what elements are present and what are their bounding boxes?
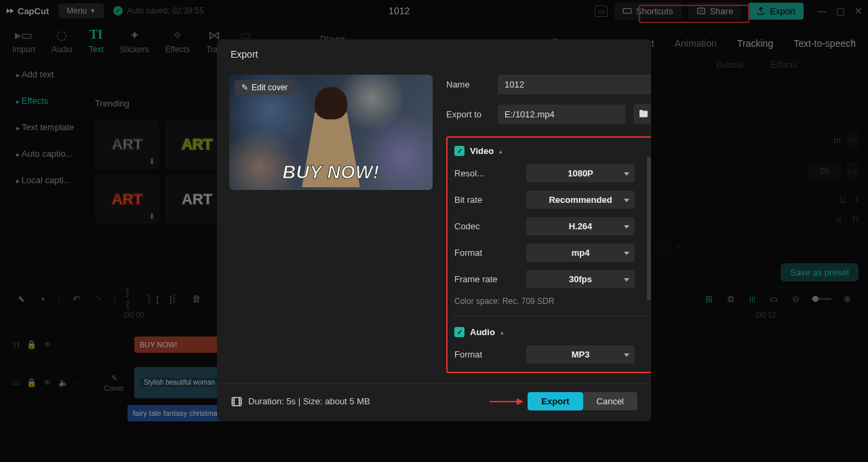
name-input[interactable]: [498, 75, 651, 94]
export-confirm-button[interactable]: Export: [528, 392, 583, 410]
modal-title: Export: [217, 39, 651, 65]
audio-format-label: Format: [454, 349, 500, 360]
collapse-icon: ▴: [499, 148, 502, 155]
codec-label: Codec: [454, 221, 500, 231]
export-settings-highlight: ✓ Video ▴ Resol... 1080P Bit rate Recomm…: [446, 136, 651, 373]
name-label: Name: [446, 79, 490, 90]
svg-rect-2: [232, 398, 241, 406]
export-modal: Export ✎ Edit cover BUY NOW! Name Ex: [217, 39, 651, 421]
framerate-dropdown[interactable]: 30fps: [526, 270, 635, 288]
audio-section-toggle[interactable]: ✓ Audio ▴: [454, 327, 646, 337]
bitrate-label: Bit rate: [454, 195, 500, 205]
bitrate-dropdown[interactable]: Recommended: [526, 191, 635, 209]
audio-format-dropdown[interactable]: MP3: [526, 345, 635, 364]
video-section-toggle[interactable]: ✓ Video ▴: [454, 146, 646, 156]
format-label: Format: [454, 248, 500, 258]
cover-overlay-text: BUY NOW!: [283, 162, 380, 183]
svg-marker-4: [517, 398, 524, 405]
edit-cover-button[interactable]: ✎ Edit cover: [235, 80, 294, 95]
export-to-label: Export to: [446, 109, 490, 119]
resolution-label: Resol...: [454, 168, 500, 178]
codec-dropdown[interactable]: H.264: [526, 217, 635, 235]
arrow-annotation: [490, 396, 524, 407]
checkbox-checked-icon: ✓: [454, 327, 465, 337]
cancel-button[interactable]: Cancel: [583, 392, 637, 410]
resolution-dropdown[interactable]: 1080P: [526, 164, 635, 182]
format-dropdown[interactable]: mp4: [526, 244, 635, 262]
framerate-label: Frame rate: [454, 274, 500, 284]
color-space-info: Color space: Rec. 709 SDR: [454, 296, 646, 306]
folder-icon: [638, 109, 649, 119]
pencil-icon: ✎: [241, 83, 248, 92]
checkbox-checked-icon: ✓: [454, 146, 465, 156]
collapse-icon: ▴: [500, 329, 504, 336]
export-path-input[interactable]: [498, 104, 625, 124]
export-duration-info: Duration: 5s | Size: about 5 MB: [231, 396, 370, 408]
browse-folder-button[interactable]: [633, 104, 651, 124]
film-icon: [231, 396, 243, 408]
scrollbar[interactable]: [647, 157, 651, 301]
cover-preview: ✎ Edit cover BUY NOW!: [229, 75, 433, 190]
divider: [454, 315, 646, 316]
